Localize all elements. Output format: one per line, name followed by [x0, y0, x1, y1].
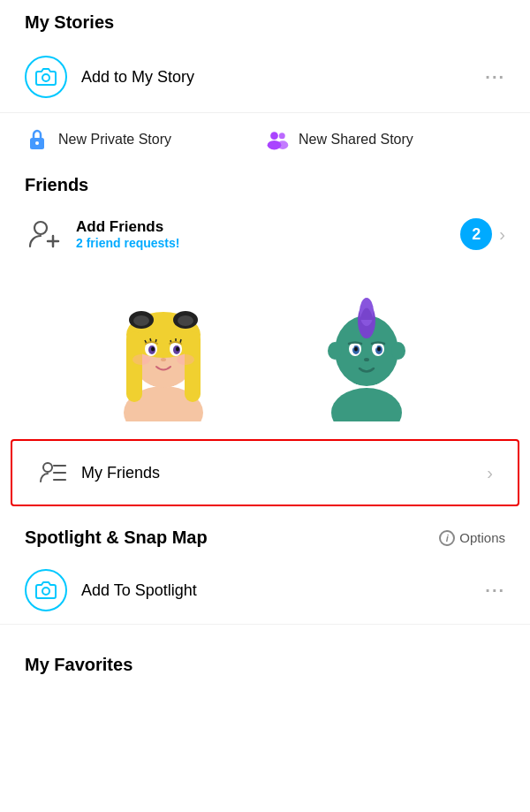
svg-point-50: [374, 345, 377, 349]
svg-point-51: [43, 463, 52, 472]
add-to-spotlight-row[interactable]: Add To Spotlight ···: [0, 557, 530, 625]
lock-icon: [25, 125, 49, 154]
add-friends-text: Add Friends 2 friend requests!: [76, 218, 460, 250]
my-stories-header: My Stories: [0, 0, 530, 42]
svg-point-24: [151, 347, 155, 352]
svg-point-55: [42, 588, 49, 595]
add-person-icon: [25, 215, 64, 254]
my-favorites-section: My Favorites: [0, 625, 530, 684]
spotlight-dots-button[interactable]: ···: [485, 581, 505, 601]
new-story-options-row: New Private Story New Shared Story: [0, 113, 530, 171]
group-icon: [265, 125, 290, 154]
svg-point-4: [279, 133, 285, 139]
svg-point-46: [354, 347, 358, 352]
svg-point-0: [42, 74, 49, 81]
new-private-story-item[interactable]: New Private Story: [25, 125, 265, 154]
svg-point-3: [270, 132, 278, 140]
add-to-my-story-row[interactable]: Add to My Story ···: [0, 42, 530, 113]
svg-point-40: [328, 342, 342, 360]
info-icon: i: [439, 530, 455, 546]
svg-rect-14: [126, 331, 142, 402]
svg-point-2: [35, 141, 39, 145]
add-story-dots-button[interactable]: ···: [485, 67, 505, 87]
new-shared-story-label: New Shared Story: [299, 132, 413, 148]
friend-request-badge: 2: [460, 218, 492, 250]
svg-point-18: [133, 315, 149, 326]
svg-point-49: [351, 345, 354, 349]
options-button[interactable]: i Options: [439, 530, 505, 546]
svg-point-25: [176, 347, 179, 352]
svg-point-34: [177, 354, 194, 365]
svg-rect-15: [185, 331, 201, 402]
teal-avatar: [278, 271, 455, 421]
svg-point-19: [178, 315, 193, 326]
add-to-spotlight-label: Add To Spotlight: [81, 581, 485, 600]
svg-line-31: [180, 339, 181, 343]
new-shared-story-item[interactable]: New Shared Story: [265, 125, 505, 154]
friend-requests-subtitle: 2 friend requests!: [76, 236, 460, 250]
options-label: Options: [459, 530, 505, 545]
add-friends-title: Add Friends: [76, 218, 460, 236]
new-private-story-label: New Private Story: [58, 132, 171, 148]
spotlight-snap-map-section: Spotlight & Snap Map i Options Add To Sp…: [0, 510, 530, 625]
svg-point-32: [161, 358, 166, 361]
svg-point-41: [391, 342, 405, 360]
svg-point-33: [132, 354, 150, 365]
svg-point-35: [331, 388, 402, 421]
my-favorites-header: My Favorites: [0, 642, 530, 684]
add-friends-chevron-icon: ›: [499, 224, 505, 245]
add-friends-row[interactable]: Add Friends 2 friend requests! 2 ›: [0, 204, 530, 264]
snap-map-header: Spotlight & Snap Map i Options: [0, 527, 530, 557]
svg-point-7: [34, 222, 47, 234]
my-friends-chevron-icon: ›: [487, 463, 493, 483]
spotlight-camera-icon-circle: [25, 569, 67, 611]
my-friends-row[interactable]: My Friends ›: [11, 439, 519, 506]
friend-avatars-row: [0, 264, 530, 436]
friends-list-icon: [37, 457, 69, 489]
snap-map-title: Spotlight & Snap Map: [25, 527, 208, 548]
svg-point-6: [277, 140, 288, 149]
camera-icon: [35, 66, 57, 87]
svg-point-48: [364, 358, 369, 361]
blonde-avatar: [75, 271, 252, 421]
add-story-icon-circle: [25, 56, 67, 98]
my-friends-label: My Friends: [81, 464, 487, 482]
friends-header: Friends: [0, 171, 530, 204]
add-to-story-label: Add to My Story: [81, 68, 485, 87]
svg-point-47: [377, 347, 381, 352]
